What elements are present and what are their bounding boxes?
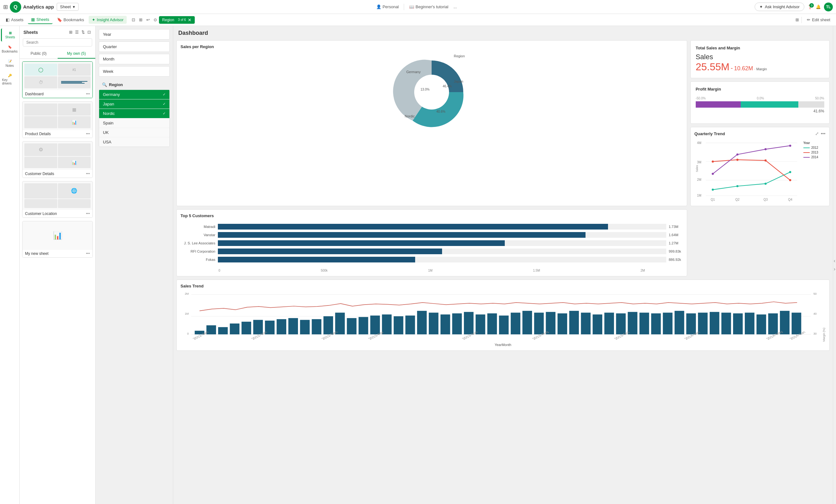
filter-option-nordic[interactable]: Nordic ✓ <box>99 109 169 118</box>
sheet-name-new: My new sheet <box>25 251 49 256</box>
sheet-more-new[interactable]: ••• <box>86 251 90 256</box>
sheet-mini-3: ⏱ <box>24 76 57 88</box>
svg-rect-54 <box>382 314 392 334</box>
legend-line-2014 <box>803 157 810 158</box>
layout-icon-2[interactable]: ⊞ <box>138 17 143 23</box>
sheet-card-dashboard[interactable]: ◯ #1 ⏱ Dashboard ••• <box>22 61 93 98</box>
assets-button[interactable]: ◧ Assets <box>2 16 26 24</box>
donut-chart-svg: Region Japan Nordic Germany <box>387 51 476 133</box>
sidebar-item-notes[interactable]: 📝 Notes <box>1 57 19 70</box>
close-region-icon[interactable]: ✕ <box>188 17 192 22</box>
svg-rect-75 <box>628 312 637 334</box>
sales-trend-card: Sales Trend 2M 1M 0 <box>176 279 830 351</box>
svg-point-3 <box>414 75 449 110</box>
more-trend-btn[interactable]: ••• <box>821 131 825 136</box>
list-view-btn[interactable]: ☰ <box>74 29 79 35</box>
sales-y-axis: 2M 1M 0 <box>180 291 190 342</box>
filter-month[interactable]: Month <box>99 54 170 64</box>
nav-prev-btn[interactable]: ‹ <box>834 258 835 264</box>
sheets-search-input[interactable] <box>23 38 92 46</box>
more-icon[interactable]: ... <box>454 4 457 9</box>
svg-rect-77 <box>651 313 661 334</box>
left-sidebar: ▦ Sheets 🔖 Bookmarks 📝 Notes 🔑 Key drive… <box>0 26 20 504</box>
app-logo-area: ⊞ Q Analytics app <box>3 1 54 13</box>
sheet-more-cl[interactable]: ••• <box>86 212 90 216</box>
personal-link[interactable]: 👤 Personal <box>376 4 399 9</box>
sheet-selector[interactable]: Sheet ▾ <box>57 3 78 11</box>
sheet-card-product-details[interactable]: ▦ 📊 Product Details ••• <box>22 101 93 138</box>
edit-sheet-button[interactable]: ✏ Edit sheet <box>804 16 834 24</box>
region-filter-tag[interactable]: Region 3 of 6 ✕ <box>159 16 195 24</box>
svg-point-25 <box>789 179 791 181</box>
filter-year[interactable]: Year <box>99 29 170 40</box>
filter-quarter[interactable]: Quarter <box>99 41 170 52</box>
bookmarks-button[interactable]: 🔖 Bookmarks <box>54 16 88 24</box>
kpi-dash: - <box>730 64 733 72</box>
sheet-more-cd[interactable]: ••• <box>86 172 90 176</box>
ask-insight-advisor-button[interactable]: ✦ Ask Insight Advisor <box>755 2 804 11</box>
tab-public[interactable]: Public (0) <box>20 49 58 59</box>
sheets-icon: ▦ <box>31 17 35 22</box>
svg-rect-79 <box>674 311 684 334</box>
layout-icon-1[interactable]: ⊡ <box>131 17 136 23</box>
sheet-more-pd[interactable]: ••• <box>86 132 90 136</box>
grid-icon[interactable]: ⊞ <box>3 3 8 11</box>
bar-row-matradi: Matradi 1.73M <box>180 224 683 230</box>
sheet-card-footer-pd: Product Details ••• <box>22 130 93 138</box>
notification-badge: 3 <box>810 3 814 7</box>
filter-option-usa[interactable]: USA <box>99 137 169 147</box>
sheet-card-customer-location[interactable]: 🌐 Customer Location ••• <box>22 181 93 218</box>
sidebar-item-key-drivers[interactable]: 🔑 Key drivers <box>1 71 19 88</box>
sheet-mini-2: #1 <box>58 64 91 76</box>
sidebar-item-sheets[interactable]: ▦ Sheets <box>1 28 19 41</box>
svg-point-23 <box>736 159 739 161</box>
tutorial-link[interactable]: 📖 Beginner's tutorial <box>409 4 449 9</box>
profit-bar-container: -50.0% 0.0% 50.0% 41.6% <box>696 97 824 113</box>
svg-rect-51 <box>347 318 356 334</box>
filter-option-uk[interactable]: UK <box>99 128 169 137</box>
filter-option-japan[interactable]: Japan ✓ <box>99 99 169 109</box>
grid-view-button[interactable]: ⊞ <box>795 17 800 23</box>
sheet-mini-new: 📊 <box>22 221 93 250</box>
expand-btn[interactable]: ⊡ <box>87 29 92 35</box>
filter-option-spain[interactable]: Spain <box>99 118 169 128</box>
sheet-mini-pd-4: 📊 <box>58 116 91 128</box>
sales-x-axis-label: YearMonth <box>180 343 825 347</box>
app-name: Analytics app <box>23 4 54 9</box>
legend-line-2013 <box>803 152 810 153</box>
toolbar-icons: ⊡ ⊞ ↩ ⊙ <box>131 17 158 23</box>
svg-rect-47 <box>300 320 310 334</box>
dashboard-row1: Sales per Region Region <box>173 40 833 209</box>
user-avatar[interactable]: TL <box>824 2 833 12</box>
bell-icon[interactable]: 🔔 <box>816 4 821 9</box>
svg-rect-45 <box>277 319 286 334</box>
expand-trend-btn[interactable]: ⤢ <box>815 131 819 136</box>
sheets-button[interactable]: ▦ Sheets <box>28 16 52 24</box>
bar-row-fokas: Fokas 886.92k <box>180 257 683 263</box>
sheets-view-toggle: ⊞ ☰ ⇅ ⊡ <box>69 29 92 35</box>
year-legend-label: Year <box>803 141 825 145</box>
sheet-card-new[interactable]: 📊 My new sheet ••• <box>22 221 93 258</box>
layout-icon-3[interactable]: ↩ <box>146 17 150 23</box>
insight-advisor-button[interactable]: ✦ Insight Advisor <box>89 16 127 24</box>
layout-icon-4[interactable]: ⊙ <box>153 17 158 23</box>
svg-rect-48 <box>311 319 321 334</box>
help-button[interactable]: ❓ 3 <box>808 4 813 9</box>
margin-axis-label: Margin (%) <box>822 291 825 342</box>
bar-x-axis: 0 500k 1M 1.5M 2M <box>180 269 683 272</box>
sales-trend-chart: 2012-Jan 2012-Jun 2012-Dec 2013-Apr 2013… <box>191 291 811 342</box>
filter-week[interactable]: Week <box>99 66 170 77</box>
sheet-card-footer-cd: Customer Details ••• <box>22 170 93 178</box>
tab-my-own[interactable]: My own (5) <box>58 49 96 59</box>
sheet-name-cd: Customer Details <box>25 172 54 176</box>
sheet-card-customer-details[interactable]: ⚙ 📊 Customer Details ••• <box>22 141 93 178</box>
sidebar-item-bookmarks[interactable]: 🔖 Bookmarks <box>1 43 19 56</box>
grid-view-btn[interactable]: ⊞ <box>69 29 73 35</box>
nav-next-btn[interactable]: › <box>834 266 835 272</box>
check-nordic: ✓ <box>163 112 166 116</box>
sort-btn[interactable]: ⇅ <box>81 29 86 35</box>
legend-2013: 2013 <box>803 151 825 154</box>
filter-option-germany[interactable]: Germany ✓ <box>99 90 169 99</box>
bar-row-rfi: RFI Corporation 999.83k <box>180 249 683 254</box>
sheet-more-dashboard[interactable]: ••• <box>86 92 90 96</box>
